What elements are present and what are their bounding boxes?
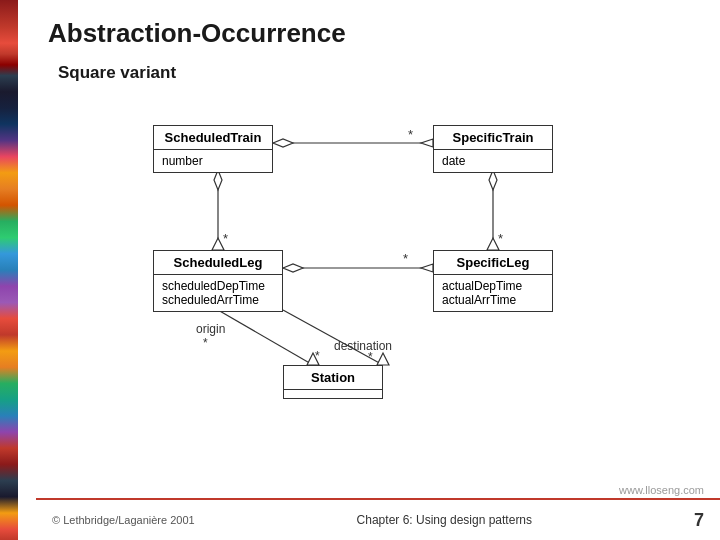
station-box: Station (283, 365, 383, 399)
scheduled-train-box: ScheduledTrain number (153, 125, 273, 173)
svg-marker-1 (273, 139, 293, 147)
left-decorative-bar (0, 0, 18, 540)
main-content: Abstraction-Occurrence Square variant * … (18, 0, 720, 540)
svg-text:*: * (403, 251, 408, 266)
chapter-label: Chapter 6: Using design patterns (357, 513, 532, 527)
scheduled-leg-attr-dep: scheduledDepTime (162, 279, 274, 293)
specific-leg-attr-arr: actualArrTime (442, 293, 544, 307)
scheduled-leg-attr-arr: scheduledArrTime (162, 293, 274, 307)
copyright: © Lethbridge/Laganière 2001 (52, 514, 195, 526)
scheduled-leg-attrs: scheduledDepTime scheduledArrTime (154, 275, 282, 311)
svg-marker-10 (487, 238, 499, 250)
scheduled-leg-title: ScheduledLeg (154, 251, 282, 275)
specific-train-attr-date: date (442, 154, 544, 168)
svg-marker-9 (489, 170, 497, 190)
specific-train-box: SpecificTrain date (433, 125, 553, 173)
svg-marker-5 (214, 170, 222, 190)
specific-leg-box: SpecificLeg actualDepTime actualArrTime (433, 250, 553, 312)
website-url: www.lloseng.com (619, 484, 704, 496)
svg-marker-2 (421, 139, 433, 147)
bottom-bar: © Lethbridge/Laganière 2001 Chapter 6: U… (36, 498, 720, 540)
page-title: Abstraction-Occurrence (48, 18, 690, 49)
specific-train-attrs: date (434, 150, 552, 172)
svg-text:*: * (498, 231, 503, 246)
specific-leg-title: SpecificLeg (434, 251, 552, 275)
scheduled-train-attrs: number (154, 150, 272, 172)
svg-text:*: * (203, 336, 208, 350)
specific-leg-attrs: actualDepTime actualArrTime (434, 275, 552, 311)
scheduled-leg-box: ScheduledLeg scheduledDepTime scheduledA… (153, 250, 283, 312)
svg-text:*: * (368, 350, 373, 364)
svg-marker-6 (212, 238, 224, 250)
svg-marker-14 (421, 264, 433, 272)
svg-text:*: * (315, 349, 320, 363)
scheduled-train-attr-number: number (162, 154, 264, 168)
diagram-area: * * * * (48, 95, 690, 435)
svg-text:*: * (223, 231, 228, 246)
station-title: Station (284, 366, 382, 390)
specific-train-title: SpecificTrain (434, 126, 552, 150)
svg-line-16 (218, 310, 313, 365)
section-title: Square variant (58, 63, 690, 83)
scheduled-train-title: ScheduledTrain (154, 126, 272, 150)
svg-text:origin: origin (196, 322, 225, 336)
svg-marker-13 (283, 264, 303, 272)
specific-leg-attr-dep: actualDepTime (442, 279, 544, 293)
svg-marker-23 (307, 353, 319, 365)
svg-marker-24 (377, 353, 389, 365)
svg-text:destination: destination (334, 339, 392, 353)
page-number: 7 (694, 510, 704, 531)
station-body (284, 390, 382, 398)
svg-text:*: * (408, 127, 413, 142)
svg-line-20 (283, 310, 383, 365)
